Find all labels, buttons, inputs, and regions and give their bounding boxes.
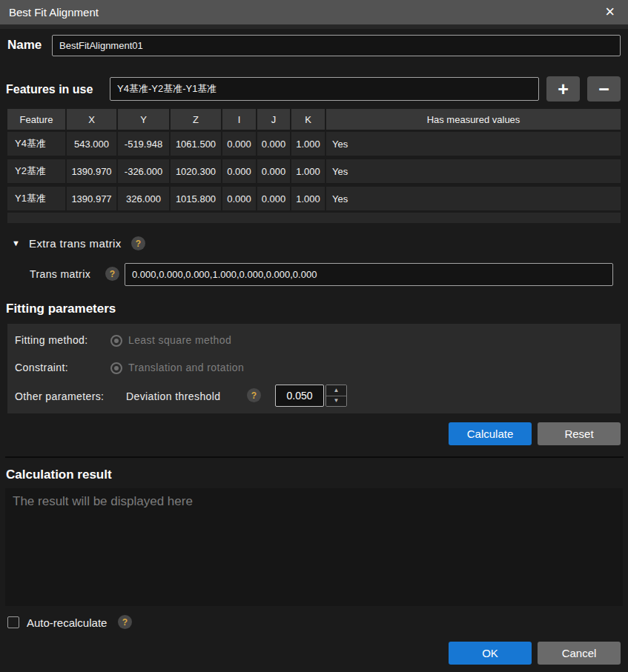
- cell-j: 0.000: [257, 132, 290, 156]
- result-placeholder-text: The result will be displayed here: [13, 494, 193, 508]
- result-textarea[interactable]: The result will be displayed here: [5, 488, 623, 606]
- cancel-button[interactable]: Cancel: [538, 642, 621, 665]
- translation-rotation-radio[interactable]: [110, 362, 122, 374]
- help-icon[interactable]: ?: [118, 615, 132, 629]
- cell-x: 1390.970: [67, 159, 116, 183]
- fitting-parameters-heading: Fitting parameters: [6, 302, 116, 316]
- table-header-row: Feature X Y Z I J K Has measured values: [7, 109, 621, 130]
- column-header-has-measured[interactable]: Has measured values: [326, 109, 621, 130]
- deviation-threshold-label: Deviation threshold: [126, 390, 220, 402]
- cell-k: 1.000: [291, 132, 325, 156]
- title-bar: Best Fit Alignment ×: [0, 0, 628, 24]
- cell-i: 0.000: [222, 132, 256, 156]
- cell-k: 1.000: [291, 159, 325, 183]
- dialog-title: Best Fit Alignment: [9, 0, 99, 24]
- cell-z: 1061.500: [171, 132, 221, 156]
- name-input[interactable]: [52, 35, 621, 56]
- fitting-method-label: Fitting method:: [15, 334, 88, 346]
- constraint-label: Constraint:: [15, 362, 68, 373]
- cell-feature: Y2基准: [7, 159, 65, 183]
- table-empty-area: [7, 213, 621, 223]
- column-header-feature[interactable]: Feature: [7, 109, 65, 130]
- trans-matrix-label: Trans matrix: [30, 268, 90, 280]
- calculation-result-heading: Calculation result: [6, 468, 112, 482]
- table-row[interactable]: Y2基准 1390.970 -326.000 1020.300 0.000 0.…: [7, 159, 621, 183]
- extra-trans-matrix-label[interactable]: Extra trans matrix: [29, 237, 122, 250]
- table-row[interactable]: Y1基准 1390.977 326.000 1015.800 0.000 0.0…: [7, 187, 621, 210]
- auto-recalculate-label: Auto-recalculate: [27, 616, 107, 629]
- least-square-option-label: Least square method: [128, 334, 231, 346]
- column-header-y[interactable]: Y: [118, 109, 169, 130]
- cell-i: 0.000: [222, 187, 256, 210]
- features-in-use-input[interactable]: [110, 77, 539, 101]
- cell-y: 326.000: [118, 187, 169, 210]
- help-icon[interactable]: ?: [105, 267, 119, 281]
- deviation-threshold-spinbox: ▲ ▼: [275, 385, 347, 407]
- reset-button[interactable]: Reset: [538, 422, 621, 445]
- table-row[interactable]: Y4基准 543.000 -519.948 1061.500 0.000 0.0…: [7, 132, 621, 156]
- cell-z: 1020.300: [171, 159, 221, 183]
- calculate-button[interactable]: Calculate: [449, 422, 532, 445]
- cell-feature: Y4基准: [7, 132, 65, 156]
- column-header-x[interactable]: X: [67, 109, 116, 130]
- help-icon[interactable]: ?: [131, 236, 145, 250]
- close-icon[interactable]: ×: [605, 0, 615, 23]
- auto-recalculate-checkbox[interactable]: [7, 616, 19, 628]
- name-label: Name: [7, 38, 42, 53]
- add-feature-button[interactable]: +: [546, 76, 580, 102]
- cell-x: 543.000: [67, 132, 116, 156]
- column-header-k[interactable]: K: [291, 109, 325, 130]
- help-icon[interactable]: ?: [247, 388, 261, 402]
- spin-down-icon[interactable]: ▼: [326, 396, 346, 407]
- cell-has-measured: Yes: [326, 187, 621, 210]
- cell-j: 0.000: [257, 159, 290, 183]
- least-square-radio[interactable]: [110, 335, 122, 347]
- cell-i: 0.000: [222, 159, 256, 183]
- features-in-use-label: Features in use: [6, 83, 93, 96]
- remove-feature-button[interactable]: −: [587, 76, 621, 102]
- features-table: Feature X Y Z I J K Has measured values …: [7, 109, 621, 223]
- column-header-z[interactable]: Z: [171, 109, 221, 130]
- section-divider: [5, 456, 624, 458]
- titlebar-shadow: [0, 24, 628, 29]
- cell-feature: Y1基准: [7, 187, 65, 210]
- translation-rotation-option-label: Translation and rotation: [128, 362, 244, 373]
- cell-x: 1390.977: [67, 187, 116, 210]
- other-parameters-label: Other parameters:: [15, 390, 104, 402]
- cell-k: 1.000: [291, 187, 325, 210]
- collapse-arrow-icon[interactable]: ▼: [12, 239, 20, 247]
- column-header-i[interactable]: I: [222, 109, 256, 130]
- cell-j: 0.000: [257, 187, 290, 210]
- cell-y: -326.000: [118, 159, 169, 183]
- cell-y: -519.948: [118, 132, 169, 156]
- cell-has-measured: Yes: [326, 159, 621, 183]
- spin-up-icon[interactable]: ▲: [326, 385, 346, 396]
- column-header-j[interactable]: J: [257, 109, 290, 130]
- best-fit-alignment-dialog: Best Fit Alignment × Name Features in us…: [0, 0, 628, 672]
- spinner-buttons: ▲ ▼: [325, 385, 347, 407]
- trans-matrix-input[interactable]: [125, 263, 613, 286]
- cell-has-measured: Yes: [326, 132, 621, 156]
- deviation-threshold-input[interactable]: [275, 385, 324, 407]
- cell-z: 1015.800: [171, 187, 221, 210]
- ok-button[interactable]: OK: [449, 642, 532, 665]
